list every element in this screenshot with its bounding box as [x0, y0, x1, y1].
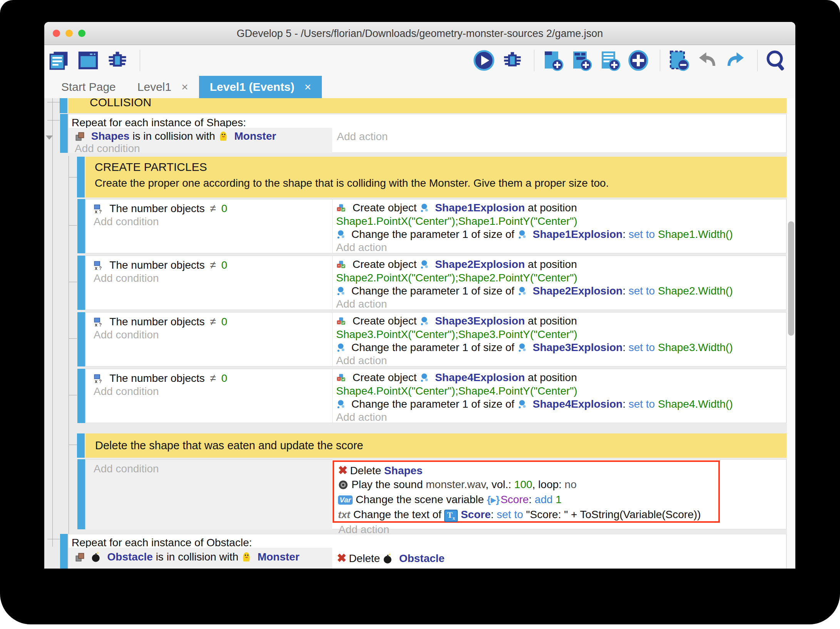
close-tab-icon[interactable]: ×: [305, 80, 311, 94]
add-subevent-icon: [571, 50, 592, 71]
comment-body: Create the proper one according to the s…: [95, 177, 609, 189]
event-highlight-bar: [77, 199, 85, 253]
event-repeat-obstacle[interactable]: Repeat for each instance of Obstacle: Ob…: [68, 534, 786, 569]
bomb-object-icon: [91, 551, 101, 562]
add-condition-button[interactable]: Add condition: [94, 216, 159, 228]
event-highlight-bar: [77, 256, 85, 310]
create-object-icon: [336, 373, 346, 383]
add-comment-icon: [599, 50, 621, 71]
conditions-cell[interactable]: Shapes is in collision with Monster Add …: [69, 128, 332, 153]
particle-object-icon: [336, 230, 345, 240]
add-action-button[interactable]: Add action: [336, 241, 387, 254]
event-highlight-bar: [60, 534, 68, 569]
tab-start-page[interactable]: Start Page: [50, 76, 127, 98]
add-circle-icon: [627, 50, 649, 71]
bug-icon: [107, 50, 128, 71]
add-condition-button[interactable]: Add condition: [94, 463, 159, 475]
event-highlight-bar: [60, 114, 68, 153]
delete-icon: ✖: [338, 464, 348, 477]
play-button[interactable]: [475, 50, 496, 71]
conditions-cell[interactable]: Obstacle is in collision with Monster: [69, 548, 332, 569]
project-manager-icon: [49, 50, 69, 71]
delete-icon: ✖: [337, 552, 346, 564]
scrollbar-track[interactable]: [786, 98, 795, 569]
debugger-button[interactable]: [503, 50, 525, 71]
add-event-button[interactable]: [544, 50, 565, 71]
create-object-icon: [336, 316, 346, 326]
particle-object-icon: [336, 286, 345, 296]
svg-text:?: ?: [99, 209, 102, 214]
tree-tick: [69, 445, 77, 445]
event-repeat-shapes[interactable]: Repeat for each instance of Shapes: Shap…: [68, 114, 786, 153]
selected-actions-highlight[interactable]: ✖Delete Shapes Play the sound monster.wa…: [333, 460, 720, 523]
add-action-button[interactable]: Add action: [337, 130, 388, 143]
debugger-button-left[interactable]: [108, 50, 130, 71]
shapes-object-icon: [75, 131, 85, 142]
scene-editor-button[interactable]: [79, 50, 100, 71]
undo-icon: [696, 50, 718, 71]
tree-tick: [47, 539, 60, 539]
add-circle-button[interactable]: [629, 50, 651, 71]
event-highlight-bar: [77, 312, 85, 366]
event-shape3[interactable]: x? The number objects ≠ 0 Add condition …: [85, 312, 786, 366]
add-condition-button[interactable]: Add condition: [75, 142, 140, 155]
scrollbar-thumb[interactable]: [788, 221, 794, 336]
particle-object-icon: [420, 316, 429, 326]
event-highlight-bar: [77, 157, 85, 197]
tab-level1[interactable]: Level1 ×: [127, 76, 199, 98]
repeat-title: Repeat for each instance of Obstacle:: [72, 537, 252, 549]
add-comment-button[interactable]: [601, 50, 622, 71]
svg-text:x: x: [95, 266, 97, 271]
project-manager-button[interactable]: [50, 50, 71, 71]
particle-object-icon: [420, 203, 429, 213]
add-subevent-button[interactable]: [572, 50, 594, 71]
comment-create-particles[interactable]: CREATE PARTICLES Create the proper one a…: [85, 157, 786, 197]
event-shape1[interactable]: x? The number objects ≠ 0 Add condition …: [85, 199, 786, 253]
tree-tick: [69, 338, 77, 339]
tab-level1-events[interactable]: Level1 (Events) ×: [199, 76, 322, 98]
app-window: GDevelop 5 - /Users/florian/Downloads/ge…: [44, 22, 795, 569]
comment-collision[interactable]: COLLISION: [68, 98, 786, 113]
redo-button[interactable]: [726, 50, 748, 71]
add-action-button[interactable]: Add action: [336, 298, 387, 310]
sound-icon: [338, 480, 348, 490]
remove-selection-button[interactable]: [669, 50, 691, 71]
main-toolbar: [44, 45, 795, 76]
svg-text:?: ?: [99, 379, 102, 384]
undo-button[interactable]: [698, 50, 720, 71]
event-shape2[interactable]: x? The number objects ≠ 0 Add condition …: [85, 256, 786, 310]
event-score[interactable]: Add condition Add action ✖Delete Shapes …: [85, 459, 786, 529]
tree-tick: [69, 282, 77, 282]
tree-tick: [69, 395, 77, 395]
bug-icon: [502, 50, 522, 70]
svg-text:x: x: [95, 322, 97, 327]
add-condition-button[interactable]: Add condition: [94, 385, 159, 398]
text-action-icon: txt: [338, 509, 350, 520]
close-tab-icon[interactable]: ×: [181, 80, 188, 94]
particle-object-icon: [336, 400, 345, 410]
conditions-cell[interactable]: Add condition: [86, 460, 332, 530]
add-condition-button[interactable]: Add condition: [94, 329, 159, 341]
search-button[interactable]: [767, 50, 788, 71]
scene-window-icon: [78, 50, 99, 71]
window-title: GDevelop 5 - /Users/florian/Downloads/ge…: [44, 28, 795, 40]
add-condition-button[interactable]: Add condition: [94, 272, 159, 284]
svg-text:?: ?: [99, 322, 102, 327]
column-divider: [332, 256, 333, 310]
search-icon: [765, 50, 787, 71]
create-object-icon: [336, 203, 346, 213]
column-divider: [332, 199, 333, 254]
tree-line: [69, 156, 69, 539]
event-shape4[interactable]: x? The number objects ≠ 0 Add condition …: [85, 369, 786, 423]
add-action-button[interactable]: Add action: [336, 411, 387, 423]
add-action-button[interactable]: Add action: [336, 355, 387, 367]
column-divider: [332, 313, 333, 367]
collapse-arrow-icon[interactable]: [46, 136, 53, 140]
events-sheet: COLLISION Repeat for each instance of Sh…: [44, 98, 795, 569]
column-divider: [332, 369, 333, 423]
tree-tick: [47, 102, 60, 102]
remove-selection-icon: [668, 50, 689, 71]
event-highlight-bar: [77, 433, 85, 458]
particle-object-icon: [517, 230, 527, 240]
comment-delete-score[interactable]: Delete the shape that was eaten and upda…: [85, 433, 786, 458]
